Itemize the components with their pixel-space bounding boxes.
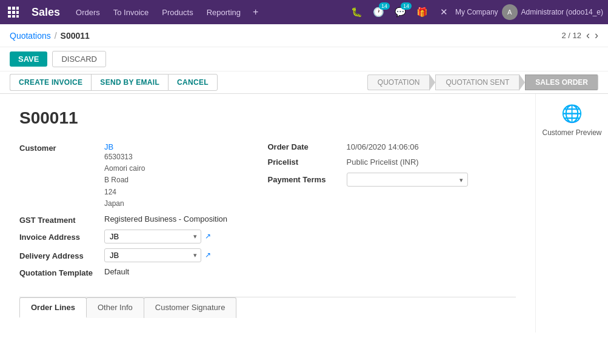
order-date-row: Order Date 10/06/2020 14:06:06 [268,142,497,151]
pricelist-label: Pricelist [268,157,347,167]
tab-order-lines[interactable]: Order Lines [19,297,87,318]
pill-arrow-1 [429,74,435,91]
gst-value: Registered Business - Composition [104,214,227,223]
nav-icon-group: 🐛 🕐14 💬14 🎁 ✕ [349,4,453,21]
breadcrumb-row: Quotations / S00011 2 / 12 ‹ › [0,24,608,47]
invoice-address-ext-link[interactable]: ↗ [205,232,211,240]
quotation-template-row: Quotation Template Default [19,267,249,277]
pagination: 2 / 12 ‹ › [561,29,598,42]
delivery-address-label: Delivery Address [19,250,104,260]
svg-rect-3 [8,11,11,14]
delivery-address-select-wrap: JB ↗ [104,248,211,262]
breadcrumb-separator: / [55,31,57,41]
send-by-email-button[interactable]: SEND BY EMAIL [91,74,168,91]
invoice-address-select-container: JB [104,230,201,243]
customer-phone: 6530313 [104,151,145,163]
tab-customer-signature[interactable]: Customer Signature [144,297,237,318]
payment-terms-select-wrap [347,173,468,187]
save-discard-bar: SAVE DISCARD [0,47,608,71]
breadcrumb-parent[interactable]: Quotations [10,31,51,41]
payment-terms-row: Payment Terms [268,173,497,187]
invoice-address-row: Invoice Address JB ↗ [19,230,249,243]
pagination-prev[interactable]: ‹ [586,29,590,42]
save-button[interactable]: SAVE [10,51,47,67]
nav-reporting[interactable]: Reporting [201,5,247,19]
globe-icon[interactable]: 🌐 [561,104,583,124]
delivery-address-select[interactable]: JB [104,248,201,262]
top-navigation: Sales Orders To Invoice Products Reporti… [0,0,608,24]
brand-title[interactable]: Sales [24,6,67,19]
form-right: Order Date 10/06/2020 14:06:06 Pricelist… [268,142,516,282]
tabs-row: Order Lines Other Info Customer Signatur… [19,297,516,318]
invoice-address-select-wrap: JB ↗ [104,230,211,243]
settings-icon[interactable]: ✕ [436,4,453,21]
svg-rect-5 [16,11,19,14]
form-area: S00011 Customer JB 6530313 Aomori cairo … [0,94,535,333]
chat-icon[interactable]: 💬14 [392,4,409,21]
invoice-address-select[interactable]: JB [104,230,201,243]
order-date-value: 10/06/2020 14:06:06 [347,142,419,151]
action-buttons-row: CREATE INVOICE SEND BY EMAIL CANCEL QUOT… [0,71,608,94]
customer-name-link[interactable]: JB [104,142,145,151]
bug-icon[interactable]: 🐛 [349,4,366,21]
nav-orders[interactable]: Orders [70,5,106,19]
gst-label: GST Treatment [19,214,104,225]
clock-badge: 14 [379,2,390,10]
nav-to-invoice[interactable]: To Invoice [107,5,155,19]
svg-rect-2 [16,7,19,10]
customer-address4: Japan [104,198,145,210]
company-name: My Company [455,8,498,16]
status-pills: QUOTATION QUOTATION SENT SALES ORDER [367,74,598,91]
svg-rect-4 [12,11,15,14]
status-sales-order[interactable]: SALES ORDER [525,74,598,90]
delivery-address-select-container: JB [104,248,201,262]
order-date-label: Order Date [268,142,347,151]
quotation-template-value: Default [104,267,129,276]
discard-button[interactable]: DISCARD [52,51,106,67]
gift-icon[interactable]: 🎁 [414,4,431,21]
nav-products[interactable]: Products [156,5,199,19]
main-content: S00011 Customer JB 6530313 Aomori cairo … [0,94,608,333]
gst-row: GST Treatment Registered Business - Comp… [19,214,249,225]
customer-address3: 124 [104,187,145,198]
order-number: S00011 [19,108,516,128]
customer-preview-label: Customer Preview [542,128,601,137]
pagination-display: 2 / 12 [561,31,581,40]
breadcrumb-current: S00011 [61,31,90,41]
clock-icon[interactable]: 🕐14 [370,4,387,21]
invoice-address-label: Invoice Address [19,231,104,242]
pill-arrow-2 [519,74,525,91]
user-name: Administrator (odoo14_e) [521,8,603,16]
create-invoice-button[interactable]: CREATE INVOICE [10,74,91,91]
status-quotation-sent[interactable]: QUOTATION SENT [435,74,519,90]
customer-preview-panel: 🌐 Customer Preview [535,94,608,333]
pricelist-row: Pricelist Public Pricelist (INR) [268,157,497,167]
svg-rect-0 [8,7,11,10]
quotation-template-label: Quotation Template [19,267,104,277]
tab-other-info[interactable]: Other Info [86,297,144,318]
nav-links: Orders To Invoice Products Reporting [70,5,247,19]
chat-badge: 14 [401,2,412,10]
delivery-address-ext-link[interactable]: ↗ [205,251,211,259]
delivery-address-row: Delivery Address JB ↗ [19,248,249,262]
customer-label: Customer [19,142,104,153]
svg-rect-8 [16,15,19,18]
pagination-next[interactable]: › [595,29,598,42]
payment-terms-select[interactable] [347,173,468,187]
form-grid: Customer JB 6530313 Aomori cairo B Road … [19,142,516,282]
avatar: A [502,4,518,20]
payment-terms-label: Payment Terms [268,175,347,184]
customer-address2: B Road [104,174,145,186]
cancel-button[interactable]: CANCEL [168,74,218,91]
apps-icon[interactable] [5,4,22,21]
pricelist-value: Public Pricelist (INR) [347,157,419,167]
svg-rect-7 [12,15,15,18]
form-left: Customer JB 6530313 Aomori cairo B Road … [19,142,268,282]
nav-user[interactable]: My Company A Administrator (odoo14_e) [455,4,603,20]
svg-rect-1 [12,7,15,10]
customer-address1: Aomori cairo [104,163,145,174]
svg-rect-6 [8,15,11,18]
customer-row: Customer JB 6530313 Aomori cairo B Road … [19,142,249,210]
nav-plus-button[interactable]: + [249,4,262,20]
status-quotation[interactable]: QUOTATION [367,74,430,90]
